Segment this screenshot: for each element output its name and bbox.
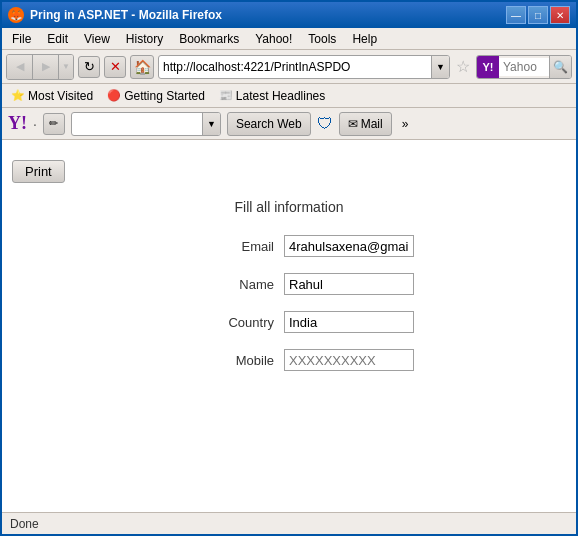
mail-button[interactable]: ✉ Mail xyxy=(339,112,392,136)
forward-button[interactable]: ▶ xyxy=(33,55,59,79)
menu-edit[interactable]: Edit xyxy=(41,30,74,48)
bookmark-most-visited[interactable]: ⭐ Most Visited xyxy=(8,88,96,104)
email-label: Email xyxy=(154,239,274,254)
home-button[interactable]: 🏠 xyxy=(130,55,154,79)
country-label: Country xyxy=(154,315,274,330)
getting-started-label: Getting Started xyxy=(124,89,205,103)
refresh-button[interactable]: ↻ xyxy=(78,56,100,78)
getting-started-icon: 🔴 xyxy=(107,89,121,102)
yahoo-toolbar: Y! · ✏ ▼ Search Web 🛡 ✉ Mail » xyxy=(2,108,576,140)
title-bar-left: 🦊 Pring in ASP.NET - Mozilla Firefox xyxy=(8,7,222,23)
menu-bookmarks[interactable]: Bookmarks xyxy=(173,30,245,48)
yahoo-y-logo: Y! xyxy=(8,113,27,134)
menu-history[interactable]: History xyxy=(120,30,169,48)
title-bar: 🦊 Pring in ASP.NET - Mozilla Firefox — □… xyxy=(2,2,576,28)
email-input[interactable] xyxy=(284,235,414,257)
yahoo-search-icon: Y! xyxy=(477,56,499,78)
most-visited-label: Most Visited xyxy=(28,89,93,103)
latest-headlines-label: Latest Headlines xyxy=(236,89,325,103)
form-table: Email Name Country Mobile xyxy=(154,235,424,371)
url-input[interactable] xyxy=(159,58,431,76)
menu-help[interactable]: Help xyxy=(346,30,383,48)
nav-dropdown-button[interactable]: ▼ xyxy=(59,55,73,79)
minimize-button[interactable]: — xyxy=(506,6,526,24)
menu-file[interactable]: File xyxy=(6,30,37,48)
latest-headlines-icon: 📰 xyxy=(219,89,233,102)
mobile-label: Mobile xyxy=(154,353,274,368)
firefox-icon: 🦊 xyxy=(8,7,24,23)
search-web-button[interactable]: Search Web xyxy=(227,112,311,136)
menu-bar: File Edit View History Bookmarks Yahoo! … xyxy=(2,28,576,50)
bookmark-latest-headlines[interactable]: 📰 Latest Headlines xyxy=(216,88,328,104)
page-content: Print Fill all information Email Name Co… xyxy=(12,150,566,381)
form-title: Fill all information xyxy=(235,199,344,215)
mail-envelope-icon: ✉ xyxy=(348,117,358,131)
bookmark-getting-started[interactable]: 🔴 Getting Started xyxy=(104,88,208,104)
yahoo-search-button[interactable]: 🔍 xyxy=(549,56,571,78)
bookmark-star-icon[interactable]: ☆ xyxy=(454,57,472,76)
content-area: Print Fill all information Email Name Co… xyxy=(2,140,576,512)
back-forward-group: ◀ ▶ ▼ xyxy=(6,54,74,80)
stop-button[interactable]: ✕ xyxy=(104,56,126,78)
title-bar-buttons: — □ ✕ xyxy=(506,6,570,24)
pencil-button[interactable]: ✏ xyxy=(43,113,65,135)
url-bar-container: ▼ xyxy=(158,55,450,79)
toolbar-dot: · xyxy=(33,116,37,132)
close-button[interactable]: ✕ xyxy=(550,6,570,24)
print-button[interactable]: Print xyxy=(12,160,65,183)
yahoo-search-input[interactable] xyxy=(499,58,549,76)
most-visited-icon: ⭐ xyxy=(11,89,25,102)
nav-bar: ◀ ▶ ▼ ↻ ✕ 🏠 ▼ ☆ Y! 🔍 xyxy=(2,50,576,84)
maximize-button[interactable]: □ xyxy=(528,6,548,24)
browser-window: 🦊 Pring in ASP.NET - Mozilla Firefox — □… xyxy=(0,0,578,536)
url-dropdown-button[interactable]: ▼ xyxy=(431,56,449,78)
mobile-input[interactable] xyxy=(284,349,414,371)
back-button[interactable]: ◀ xyxy=(7,55,33,79)
menu-view[interactable]: View xyxy=(78,30,116,48)
name-label: Name xyxy=(154,277,274,292)
shield-icon: 🛡 xyxy=(317,115,333,133)
status-text: Done xyxy=(10,517,39,531)
search-web-input-container: ▼ xyxy=(71,112,221,136)
yahoo-search-container: Y! 🔍 xyxy=(476,55,572,79)
more-button[interactable]: » xyxy=(398,115,413,133)
status-bar: Done xyxy=(2,512,576,534)
mail-label: Mail xyxy=(361,117,383,131)
window-title: Pring in ASP.NET - Mozilla Firefox xyxy=(30,8,222,22)
menu-yahoo[interactable]: Yahoo! xyxy=(249,30,298,48)
country-input[interactable] xyxy=(284,311,414,333)
name-input[interactable] xyxy=(284,273,414,295)
search-web-input[interactable] xyxy=(72,115,202,133)
resize-handle[interactable] xyxy=(554,517,568,531)
menu-tools[interactable]: Tools xyxy=(302,30,342,48)
status-right xyxy=(554,517,568,531)
search-web-dropdown-button[interactable]: ▼ xyxy=(202,113,220,135)
bookmarks-bar: ⭐ Most Visited 🔴 Getting Started 📰 Lates… xyxy=(2,84,576,108)
